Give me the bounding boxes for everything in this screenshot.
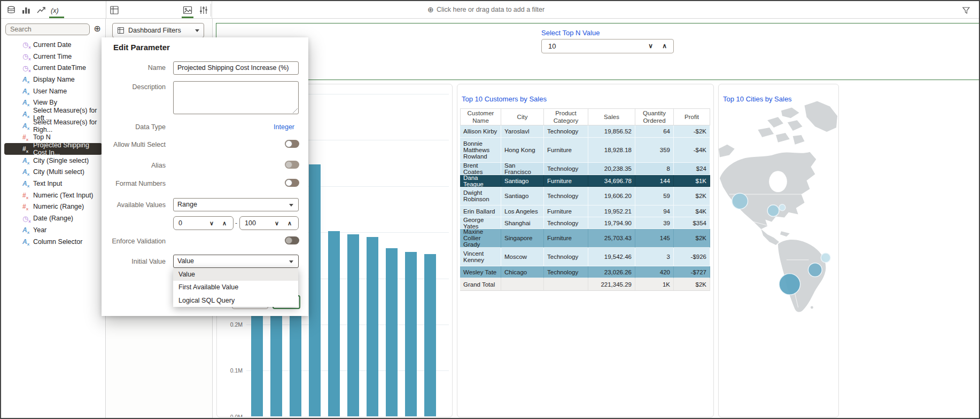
chevron-up-icon[interactable]: ∧ [662, 39, 667, 53]
column-header[interactable]: Product Category [544, 108, 588, 125]
city-bubble[interactable] [821, 253, 830, 263]
table-cell: 19,952.21 [588, 205, 635, 217]
city-bubble[interactable] [779, 274, 800, 295]
map-card[interactable]: Top 10 Cities by Sales [718, 84, 839, 417]
pivot-grid-icon[interactable] [110, 5, 119, 15]
bar[interactable] [405, 252, 417, 416]
ax-icon: Ax [22, 122, 33, 130]
city-bubble[interactable] [767, 205, 779, 217]
analytics-trend-icon[interactable] [36, 5, 46, 15]
filter-funnel-icon[interactable] [962, 5, 970, 15]
table-cell: Bonnie Matthews Rowland [460, 138, 501, 163]
range-min-value: 0 [178, 219, 182, 227]
visualizations-icon[interactable] [21, 5, 31, 15]
sidebar-item[interactable]: #xNumeric (Text Input) [1, 189, 105, 201]
chevron-down-icon[interactable]: ∨ [275, 217, 279, 230]
range-min-stepper[interactable]: 0 ∨ ∧ [173, 216, 234, 230]
bar[interactable] [347, 234, 359, 416]
table-cell [544, 278, 588, 291]
table-header-row: Customer NameCityProduct CategorySalesQu… [460, 108, 710, 125]
column-header[interactable]: Quantity Ordered [635, 108, 674, 125]
dashboard-filters-dropdown[interactable]: Dashboard Filters [112, 23, 204, 38]
city-bubble[interactable] [732, 193, 748, 209]
customers-table-card[interactable]: Top 10 Customers by Sales Customer NameC… [457, 84, 714, 417]
dropdown-option[interactable]: Value [173, 268, 298, 281]
bar[interactable] [328, 231, 340, 416]
sidebar-item[interactable]: AxYear [1, 224, 105, 236]
allow-multi-select-toggle[interactable] [285, 140, 299, 148]
available-values-select[interactable]: Range [173, 198, 299, 211]
sidebar-item[interactable]: AxCity (Multi select) [1, 167, 105, 178]
city-bubble[interactable] [779, 204, 785, 211]
sidebar-item[interactable]: ◷xCurrent DateTime [1, 62, 105, 74]
bar[interactable] [309, 164, 321, 416]
column-header[interactable]: Customer Name [460, 108, 501, 125]
table-cell: 20,238.35 [588, 163, 635, 175]
parameters-icon[interactable]: (x) [50, 5, 64, 15]
sidebar-item[interactable]: AxDisplay Name [1, 74, 105, 85]
sidebar-item-label: Date (Range) [33, 215, 73, 222]
filter-bar[interactable]: ⊕ Click here or drag data to add a filte… [212, 1, 979, 19]
sidebar-item[interactable]: AxColumn Selector [1, 236, 105, 248]
description-field[interactable] [173, 81, 299, 114]
resize-handle[interactable] [293, 108, 298, 113]
data-type-link[interactable]: Integer [173, 123, 294, 131]
column-header[interactable]: Sales [588, 108, 635, 125]
bar[interactable] [367, 237, 378, 416]
sidebar-item[interactable]: AxSelect Measure(s) for Righ... [1, 120, 105, 132]
search-input[interactable]: Search [5, 23, 90, 35]
table-row[interactable]: Allison KirbyYaroslavlTechnology19,856.5… [460, 125, 710, 138]
table-row[interactable]: Bonnie Matthews RowlandHong KongFurnitur… [460, 138, 710, 163]
table-row[interactable]: Erin BallardLos AngelesFurniture19,952.2… [460, 205, 710, 217]
column-header[interactable]: Profit [674, 108, 710, 125]
data-icon[interactable] [6, 5, 16, 15]
table-row[interactable]: Wesley TateChicagoTechnology23,026.26420… [460, 266, 710, 278]
sidebar-item[interactable]: ◷xDate (Range) [1, 212, 105, 224]
sidebar-item[interactable]: #xProjected Shipping Cost In... [4, 143, 102, 155]
table-row[interactable]: Dana TeagueSantiagoFurniture34,696.78144… [460, 175, 710, 187]
table-cell: $1K [674, 175, 710, 187]
name-field[interactable]: Projected Shipping Cost Increase (%) [173, 61, 299, 75]
sidebar-item-label: City (Single select) [33, 157, 89, 164]
image-icon[interactable] [183, 5, 192, 15]
clock-icon: ◷x [22, 215, 33, 223]
sidebar-item[interactable]: AxText Input [1, 178, 105, 189]
sidebar-item[interactable]: AxUser Name [1, 85, 105, 97]
city-bubble[interactable] [808, 263, 822, 277]
table-cell: -$727 [674, 266, 710, 278]
sidebar-item[interactable]: AxCity (Single select) [1, 155, 105, 167]
table-cell: Los Angeles [501, 205, 544, 217]
table-cell: Chicago [501, 266, 544, 278]
table-cell: Singapore [501, 229, 544, 248]
top-n-stepper[interactable]: 10 ∨ ∧ [541, 39, 674, 53]
chevron-down-icon[interactable]: ∨ [209, 217, 214, 230]
chevron-up-icon[interactable]: ∧ [222, 217, 227, 230]
initial-value-select[interactable]: Value [173, 255, 299, 268]
add-parameter-button[interactable]: ⊕ [92, 24, 102, 34]
bar[interactable] [424, 254, 436, 416]
sidebar-item[interactable]: #xNumeric (Range) [1, 201, 105, 213]
dropdown-option[interactable]: Logical SQL Query [173, 294, 298, 307]
chevron-down-icon[interactable]: ∨ [648, 39, 653, 53]
table-cell: 25,703.43 [588, 229, 635, 248]
column-header[interactable]: City [501, 108, 544, 125]
table-row[interactable]: Brent CoatesSan FranciscoTechnology20,23… [460, 163, 710, 175]
table-row[interactable]: Dwight RobinsonSantiagoTechnology19,606.… [460, 187, 710, 205]
alias-toggle [285, 161, 299, 169]
table-row[interactable]: George YatesShanghaiTechnology19,794.903… [460, 217, 710, 229]
top-n-value: 10 [548, 42, 556, 50]
table-row[interactable]: Grand Total221,345.291K$2K [460, 278, 710, 291]
enforce-validation-label: Enforce Validation [102, 238, 166, 245]
range-max-stepper[interactable]: 100 ∨ ∧ [239, 216, 299, 230]
chevron-up-icon[interactable]: ∧ [287, 217, 292, 230]
sidebar-item[interactable]: ◷xCurrent Time [1, 51, 105, 62]
table-row[interactable]: Maxine Collier GradySingaporeFurniture25… [460, 229, 710, 248]
table-row[interactable]: Vincent KenneyMoscowTechnology19,542.463… [460, 248, 710, 266]
sidebar-item[interactable]: ◷xCurrent Date [1, 39, 105, 51]
ax-icon: Ax [22, 180, 33, 187]
bar[interactable] [386, 248, 398, 416]
format-numbers-toggle[interactable] [285, 179, 299, 187]
initial-value-dropdown-menu: ValueFirst Available ValueLogical SQL Qu… [173, 268, 298, 307]
dropdown-option[interactable]: First Available Value [173, 281, 298, 294]
sliders-icon[interactable] [199, 5, 208, 15]
